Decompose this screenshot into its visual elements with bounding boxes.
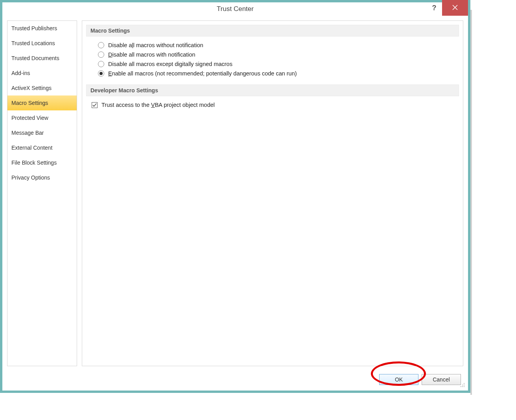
sidebar-item-file-block-settings[interactable]: File Block Settings: [7, 155, 77, 170]
close-button[interactable]: [442, 0, 468, 16]
radio-label: Enable all macros (not recommended; pote…: [108, 70, 297, 77]
sidebar-item-protected-view[interactable]: Protected View: [7, 110, 77, 125]
svg-point-1: [462, 385, 463, 385]
radio-disable-without-notification[interactable]: Disable all macros without notification: [98, 40, 459, 50]
help-button[interactable]: ?: [426, 0, 442, 16]
radio-label: Disable all macros without notification: [108, 42, 203, 48]
trust-center-dialog: Trust Center ? Trusted Publishers Truste…: [0, 0, 470, 393]
resize-grip-icon[interactable]: [459, 382, 465, 387]
radio-icon: [98, 51, 104, 58]
sidebar-item-trusted-publishers[interactable]: Trusted Publishers: [7, 21, 77, 36]
radio-icon: [98, 42, 104, 48]
dialog-body: Trusted Publishers Trusted Locations Tru…: [0, 16, 470, 393]
dialog-buttons: OK Cancel: [379, 374, 461, 385]
svg-point-0: [464, 383, 464, 384]
sidebar-item-macro-settings[interactable]: Macro Settings: [7, 95, 77, 110]
radio-label: Disable all macros except digitally sign…: [108, 61, 232, 67]
close-icon: [452, 5, 458, 11]
svg-point-2: [464, 385, 464, 385]
section-header-macro-settings: Macro Settings: [86, 25, 459, 37]
main-pane: Macro Settings Disable all macros withou…: [82, 20, 463, 366]
titlebar-controls: ?: [426, 0, 468, 16]
radio-label: Disable all macros with notification: [108, 51, 195, 58]
checkbox-label: Trust access to the VBA project object m…: [101, 102, 215, 108]
radio-disable-except-signed[interactable]: Disable all macros except digitally sign…: [98, 59, 459, 69]
svg-point-3: [461, 386, 461, 387]
cancel-button[interactable]: Cancel: [422, 374, 461, 385]
sidebar-item-trusted-documents[interactable]: Trusted Documents: [7, 51, 77, 66]
svg-point-5: [464, 386, 464, 387]
checkbox-checked-icon: [92, 102, 98, 108]
sidebar-item-add-ins[interactable]: Add-ins: [7, 66, 77, 81]
sidebar-item-activex-settings[interactable]: ActiveX Settings: [7, 81, 77, 95]
titlebar: Trust Center ?: [0, 0, 470, 16]
sidebar: Trusted Publishers Trusted Locations Tru…: [7, 20, 77, 366]
developer-macro-settings-group: Trust access to the VBA project object m…: [86, 100, 459, 110]
radio-icon-selected: [98, 70, 104, 77]
shadow-decoration: [470, 10, 472, 395]
sidebar-item-privacy-options[interactable]: Privacy Options: [7, 170, 77, 185]
svg-point-4: [462, 386, 463, 387]
sidebar-item-message-bar[interactable]: Message Bar: [7, 125, 77, 140]
radio-icon: [98, 61, 104, 67]
ok-button[interactable]: OK: [379, 374, 418, 385]
checkbox-trust-vba-project[interactable]: Trust access to the VBA project object m…: [92, 100, 459, 110]
radio-enable-all-macros[interactable]: Enable all macros (not recommended; pote…: [98, 69, 459, 78]
sidebar-item-external-content[interactable]: External Content: [7, 140, 77, 155]
radio-disable-with-notification[interactable]: Disable all macros with notification: [98, 50, 459, 59]
macro-settings-radio-group: Disable all macros without notification …: [86, 40, 459, 78]
window-title: Trust Center: [217, 5, 254, 13]
section-header-developer-macro-settings: Developer Macro Settings: [86, 84, 459, 96]
sidebar-item-trusted-locations[interactable]: Trusted Locations: [7, 36, 77, 51]
